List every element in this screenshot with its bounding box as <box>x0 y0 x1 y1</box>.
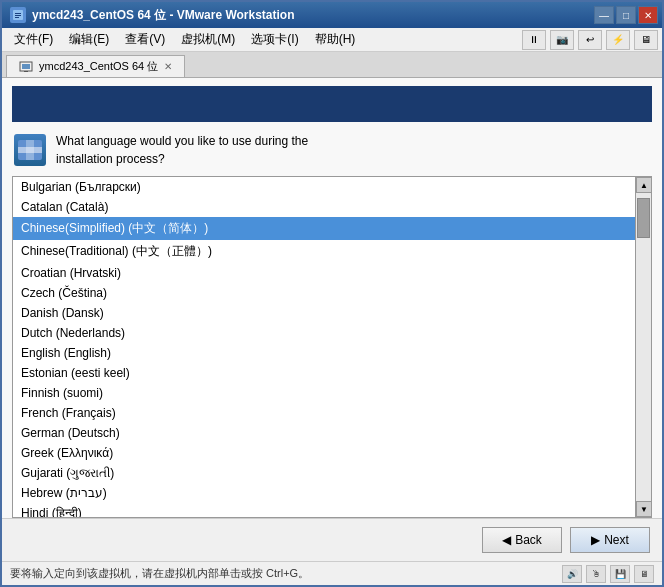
language-item-danish[interactable]: Danish (Dansk) <box>13 303 635 323</box>
svg-rect-6 <box>24 71 28 72</box>
vm-screen[interactable]: What language would you like to use duri… <box>2 78 662 561</box>
menu-help[interactable]: 帮助(H) <box>307 29 364 50</box>
language-item-chinese-simplified[interactable]: Chinese(Simplified) (中文（简体）) <box>13 217 635 240</box>
menu-edit[interactable]: 编辑(E) <box>61 29 117 50</box>
svg-rect-5 <box>22 64 30 69</box>
back-arrow-icon: ◀ <box>502 533 511 547</box>
language-item-dutch[interactable]: Dutch (Nederlands) <box>13 323 635 343</box>
status-icon-2: 🖱 <box>586 565 606 583</box>
status-icons: 🔊 🖱 💾 🖥 <box>562 565 654 583</box>
toolbar-pause-btn[interactable]: ⏸ <box>522 30 546 50</box>
status-bar: 要将输入定向到该虚拟机，请在虚拟机内部单击或按 Ctrl+G。 🔊 🖱 💾 🖥 <box>2 561 662 585</box>
language-item-german[interactable]: German (Deutsch) <box>13 423 635 443</box>
menu-file[interactable]: 文件(F) <box>6 29 61 50</box>
language-item-croatian[interactable]: Croatian (Hrvatski) <box>13 263 635 283</box>
button-row: ◀ Back ▶ Next <box>2 518 662 561</box>
status-text: 要将输入定向到该虚拟机，请在虚拟机内部单击或按 Ctrl+G。 <box>10 566 309 581</box>
language-list-container: Bulgarian (Български)Catalan (Català)Chi… <box>12 176 652 518</box>
toolbar-display-btn[interactable]: 🖥 <box>634 30 658 50</box>
next-arrow-icon: ▶ <box>591 533 600 547</box>
menu-tabs[interactable]: 选项卡(I) <box>243 29 306 50</box>
installer-ui: What language would you like to use duri… <box>2 78 662 561</box>
window-title: ymcd243_CentOS 64 位 - VMware Workstation <box>32 7 295 24</box>
language-item-finnish[interactable]: Finnish (suomi) <box>13 383 635 403</box>
svg-rect-9 <box>26 140 34 160</box>
maximize-button[interactable]: □ <box>616 6 636 24</box>
menu-view[interactable]: 查看(V) <box>117 29 173 50</box>
vm-tab[interactable]: ymcd243_CentOS 64 位 ✕ <box>6 55 185 77</box>
toolbar-power-btn[interactable]: ⚡ <box>606 30 630 50</box>
app-icon <box>10 7 26 23</box>
close-button[interactable]: ✕ <box>638 6 658 24</box>
language-item-english[interactable]: English (English) <box>13 343 635 363</box>
language-item-estonian[interactable]: Estonian (eesti keel) <box>13 363 635 383</box>
language-item-greek[interactable]: Greek (Ελληνικά) <box>13 443 635 463</box>
vmware-window: ymcd243_CentOS 64 位 - VMware Workstation… <box>0 0 664 587</box>
back-label: Back <box>515 533 542 547</box>
scrollbar-down-btn[interactable]: ▼ <box>636 501 652 517</box>
language-list[interactable]: Bulgarian (Български)Catalan (Català)Chi… <box>13 177 635 517</box>
status-icon-4: 🖥 <box>634 565 654 583</box>
flag-icon <box>14 134 46 166</box>
toolbar-revert-btn[interactable]: ↩ <box>578 30 602 50</box>
language-item-gujarati[interactable]: Gujarati (ગુજરાતી) <box>13 463 635 483</box>
installer-question-area: What language would you like to use duri… <box>2 128 662 176</box>
language-item-catalan[interactable]: Catalan (Català) <box>13 197 635 217</box>
tab-close-btn[interactable]: ✕ <box>164 61 172 72</box>
status-icon-1: 🔊 <box>562 565 582 583</box>
toolbar-snapshot-btn[interactable]: 📷 <box>550 30 574 50</box>
vm-tab-icon <box>19 60 33 74</box>
tab-bar: ymcd243_CentOS 64 位 ✕ <box>2 52 662 78</box>
svg-rect-1 <box>15 13 21 14</box>
scrollbar-track[interactable] <box>636 193 651 501</box>
language-item-hebrew[interactable]: Hebrew (עברית) <box>13 483 635 503</box>
next-button[interactable]: ▶ Next <box>570 527 650 553</box>
language-item-chinese-traditional[interactable]: Chinese(Traditional) (中文（正體）) <box>13 240 635 263</box>
scrollbar[interactable]: ▲ ▼ <box>635 177 651 517</box>
scrollbar-up-btn[interactable]: ▲ <box>636 177 652 193</box>
scrollbar-thumb[interactable] <box>637 198 650 238</box>
vm-tab-label: ymcd243_CentOS 64 位 <box>39 59 158 74</box>
menu-vm[interactable]: 虚拟机(M) <box>173 29 243 50</box>
language-item-hindi[interactable]: Hindi (हिन्दी) <box>13 503 635 517</box>
next-label: Next <box>604 533 629 547</box>
language-item-french[interactable]: French (Français) <box>13 403 635 423</box>
status-icon-3: 💾 <box>610 565 630 583</box>
back-button[interactable]: ◀ Back <box>482 527 562 553</box>
flag-svg <box>18 140 42 160</box>
svg-rect-2 <box>15 15 21 16</box>
title-controls: — □ ✕ <box>594 6 658 24</box>
toolbar-right: ⏸ 📷 ↩ ⚡ 🖥 <box>522 30 658 50</box>
language-item-czech[interactable]: Czech (Čeština) <box>13 283 635 303</box>
minimize-button[interactable]: — <box>594 6 614 24</box>
question-text: What language would you like to use duri… <box>56 132 308 168</box>
title-bar: ymcd243_CentOS 64 位 - VMware Workstation… <box>2 2 662 28</box>
language-item-bulgarian[interactable]: Bulgarian (Български) <box>13 177 635 197</box>
title-bar-left: ymcd243_CentOS 64 位 - VMware Workstation <box>10 7 295 24</box>
installer-header-bar <box>12 86 652 122</box>
svg-rect-3 <box>15 17 19 18</box>
menu-bar: 文件(F) 编辑(E) 查看(V) 虚拟机(M) 选项卡(I) 帮助(H) ⏸ … <box>2 28 662 52</box>
